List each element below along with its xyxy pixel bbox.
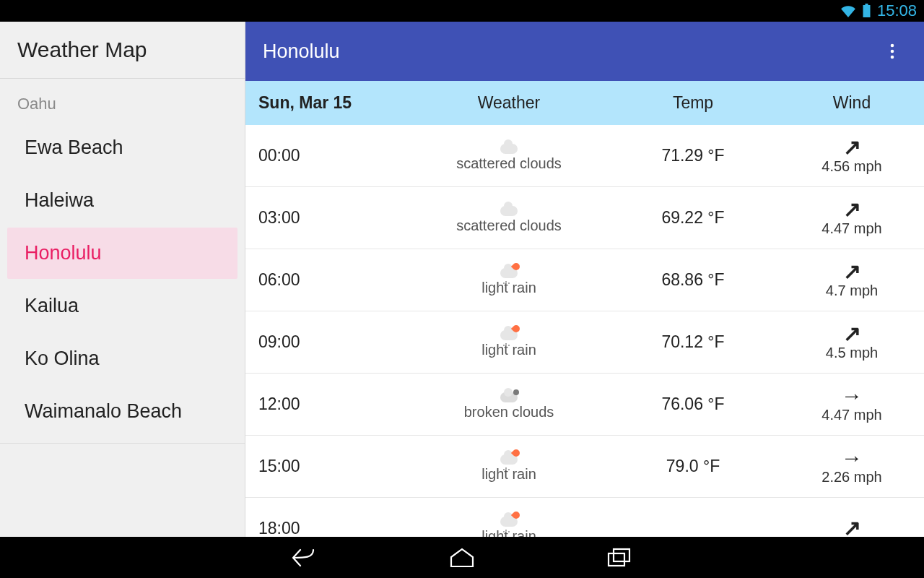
wind-speed: 4.47 mph bbox=[821, 220, 881, 237]
battery-icon bbox=[862, 4, 871, 18]
rain-icon bbox=[500, 512, 518, 527]
cell-time: 12:00 bbox=[245, 394, 411, 414]
broken-clouds-icon bbox=[500, 388, 518, 402]
svg-point-2 bbox=[891, 44, 894, 48]
cell-wind: ↗4.47 mph bbox=[780, 199, 924, 237]
wind-speed: 4.5 mph bbox=[826, 345, 878, 361]
forecast-row[interactable]: 09:00light rain70.12 °F↗4.5 mph bbox=[245, 311, 924, 374]
wind-direction-icon: ↗ bbox=[843, 199, 861, 220]
cell-wind: ↗4.7 mph bbox=[780, 261, 924, 299]
cell-temp: 71.29 °F bbox=[606, 146, 780, 165]
wind-speed: 2.26 mph bbox=[821, 469, 881, 486]
forecast-header-row: Sun, Mar 15 Weather Temp Wind bbox=[245, 81, 924, 125]
cell-wind: →4.47 mph bbox=[780, 385, 924, 423]
svg-rect-1 bbox=[865, 4, 868, 5]
weather-label: light rain bbox=[481, 342, 536, 358]
recents-icon bbox=[607, 548, 632, 568]
weather-label: scattered clouds bbox=[456, 155, 562, 172]
sidebar-item[interactable]: Honolulu bbox=[7, 228, 237, 279]
cell-time: 18:00 bbox=[245, 519, 411, 538]
weather-label: light rain bbox=[481, 528, 536, 538]
forecast-row[interactable]: 00:00scattered clouds71.29 °F↗4.56 mph bbox=[245, 125, 924, 187]
cell-time: 09:00 bbox=[245, 332, 411, 352]
nav-back-button[interactable] bbox=[287, 540, 322, 575]
sidebar-title: Weather Map bbox=[0, 22, 245, 79]
sidebar-divider bbox=[0, 443, 245, 444]
weather-label: light rain bbox=[481, 466, 536, 483]
cell-weather: light rain bbox=[411, 450, 606, 483]
wind-direction-icon: ↗ bbox=[843, 517, 861, 537]
android-status-bar: 15:08 bbox=[0, 0, 924, 22]
wind-direction-icon: ↗ bbox=[843, 261, 861, 282]
forecast-row[interactable]: 18:00light rain↗ bbox=[245, 498, 924, 538]
app-bar: Honolulu bbox=[245, 22, 924, 81]
cell-wind: ↗ bbox=[780, 517, 924, 537]
cell-time: 15:00 bbox=[245, 457, 411, 476]
main-panel: Honolulu Sun, Mar 15 Weather Temp Wind 0… bbox=[245, 22, 924, 537]
svg-point-4 bbox=[891, 56, 894, 59]
cloud-icon bbox=[500, 139, 518, 154]
sidebar-group-label: Oahu bbox=[0, 79, 245, 121]
forecast-row[interactable]: 12:00broken clouds76.06 °F→4.47 mph bbox=[245, 374, 924, 436]
sidebar-item[interactable]: Ko Olina bbox=[7, 333, 237, 384]
cell-temp: 79.0 °F bbox=[606, 457, 780, 476]
cell-temp: 70.12 °F bbox=[606, 332, 780, 352]
header-date: Sun, Mar 15 bbox=[245, 93, 411, 113]
cell-temp: 76.06 °F bbox=[606, 394, 780, 414]
cell-weather: light rain bbox=[411, 264, 606, 296]
home-icon bbox=[448, 547, 476, 569]
rain-icon bbox=[500, 264, 518, 278]
cell-time: 03:00 bbox=[245, 208, 411, 228]
svg-point-3 bbox=[891, 50, 894, 53]
cloud-icon bbox=[500, 202, 518, 216]
sidebar: Weather Map Oahu Ewa BeachHaleiwaHonolul… bbox=[0, 22, 245, 537]
svg-rect-6 bbox=[614, 549, 629, 561]
cell-weather: light rain bbox=[411, 326, 606, 358]
forecast-rows[interactable]: 00:00scattered clouds71.29 °F↗4.56 mph03… bbox=[245, 125, 924, 538]
header-temp: Temp bbox=[606, 93, 780, 113]
cell-weather: light rain bbox=[411, 512, 606, 538]
forecast-row[interactable]: 06:00light rain68.86 °F↗4.7 mph bbox=[245, 249, 924, 311]
wind-direction-icon: ↗ bbox=[843, 323, 861, 345]
nav-home-button[interactable] bbox=[445, 540, 479, 575]
svg-rect-0 bbox=[863, 5, 870, 17]
sidebar-items: Ewa BeachHaleiwaHonoluluKailuaKo OlinaWa… bbox=[0, 121, 245, 439]
rain-icon bbox=[500, 326, 518, 340]
sidebar-item[interactable]: Haleiwa bbox=[7, 175, 237, 226]
appbar-title: Honolulu bbox=[263, 40, 340, 63]
weather-label: broken clouds bbox=[464, 404, 554, 420]
overflow-menu-button[interactable] bbox=[878, 37, 907, 66]
cell-wind: →2.26 mph bbox=[780, 447, 924, 486]
cell-time: 00:00 bbox=[245, 146, 411, 165]
wind-direction-icon: → bbox=[841, 385, 863, 407]
android-nav-bar bbox=[0, 537, 924, 578]
wind-speed: 4.56 mph bbox=[821, 158, 881, 175]
sidebar-item[interactable]: Ewa Beach bbox=[7, 122, 237, 173]
cell-time: 06:00 bbox=[245, 270, 411, 290]
cell-temp: 68.86 °F bbox=[606, 270, 780, 290]
wifi-icon bbox=[840, 4, 856, 17]
wind-direction-icon: ↗ bbox=[843, 137, 861, 158]
svg-rect-5 bbox=[609, 553, 624, 566]
back-icon bbox=[292, 547, 318, 569]
forecast-row[interactable]: 15:00light rain79.0 °F→2.26 mph bbox=[245, 436, 924, 498]
wind-direction-icon: → bbox=[841, 447, 863, 469]
cell-weather: broken clouds bbox=[411, 388, 606, 420]
sidebar-item[interactable]: Kailua bbox=[7, 280, 237, 332]
wind-speed: 4.47 mph bbox=[821, 407, 881, 423]
header-weather: Weather bbox=[411, 93, 606, 113]
cell-weather: scattered clouds bbox=[411, 202, 606, 234]
more-vert-icon bbox=[890, 43, 894, 60]
status-clock: 15:08 bbox=[877, 1, 917, 20]
wind-speed: 4.7 mph bbox=[826, 282, 878, 299]
header-wind: Wind bbox=[780, 93, 924, 113]
weather-label: scattered clouds bbox=[456, 217, 562, 234]
cell-wind: ↗4.5 mph bbox=[780, 323, 924, 361]
nav-recents-button[interactable] bbox=[602, 540, 637, 575]
sidebar-item[interactable]: Waimanalo Beach bbox=[7, 386, 237, 437]
forecast-row[interactable]: 03:00scattered clouds69.22 °F↗4.47 mph bbox=[245, 187, 924, 249]
app-root: Weather Map Oahu Ewa BeachHaleiwaHonolul… bbox=[0, 22, 924, 537]
rain-icon bbox=[500, 450, 518, 465]
cell-weather: scattered clouds bbox=[411, 139, 606, 172]
weather-label: light rain bbox=[481, 280, 536, 296]
